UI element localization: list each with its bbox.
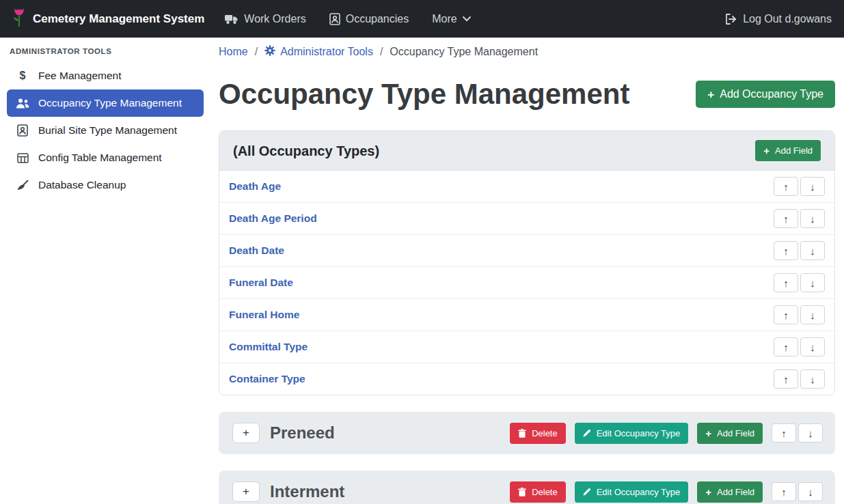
navbar-menu: Work Orders Occupancies More [225, 13, 470, 25]
field-row: Committal Type ↑ ↓ [219, 331, 834, 363]
expand-section-button[interactable]: + [232, 481, 260, 502]
nav-more-label: More [432, 13, 457, 25]
section-interment: + Interment Delete [219, 471, 835, 504]
nav-more[interactable]: More [432, 13, 470, 25]
field-link-funeral-home[interactable]: Funeral Home [229, 309, 299, 321]
truck-icon [225, 14, 239, 25]
page-header: Occupancy Type Management + Add Occupanc… [219, 74, 835, 114]
delete-button[interactable]: Delete [510, 423, 566, 444]
table-icon [15, 153, 30, 163]
move-up-button[interactable]: ↑ [774, 241, 798, 260]
plus-icon: + [763, 145, 770, 156]
reorder-controls: ↑ ↓ [774, 337, 825, 356]
main-content: Home / Administrator Tools / Occupancy T… [210, 38, 844, 504]
reorder-controls: ↑ ↓ [774, 241, 825, 260]
move-up-button[interactable]: ↑ [774, 209, 798, 228]
sidebar-item-burial-site-type-management[interactable]: Burial Site Type Management [7, 117, 204, 144]
move-down-button[interactable]: ↓ [800, 209, 825, 228]
section-actions: Delete Edit Occupancy Type + Add Field ↑ [510, 481, 823, 503]
plus-icon: + [705, 487, 711, 497]
move-down-button[interactable]: ↓ [800, 305, 825, 324]
section-preneed: + Preneed Delete [219, 412, 835, 454]
tulip-logo-icon [12, 7, 26, 31]
trash-icon [518, 488, 526, 496]
section-title: Interment [270, 482, 344, 501]
move-up-button[interactable]: ↑ [774, 177, 798, 196]
field-link-committal-type[interactable]: Committal Type [229, 341, 308, 353]
add-field-button[interactable]: + Add Field [697, 481, 763, 503]
top-navbar: Cemetery Management System Work Orders [0, 0, 844, 38]
breadcrumb-separator: / [380, 46, 383, 58]
plus-icon: + [707, 89, 714, 100]
pencil-icon [583, 429, 591, 437]
sidebar-item-fee-management[interactable]: $ Fee Management [7, 62, 204, 89]
reorder-controls: ↑ ↓ [774, 305, 825, 324]
app-brand[interactable]: Cemetery Management System [12, 7, 204, 31]
move-down-button[interactable]: ↓ [800, 241, 825, 260]
users-icon [15, 98, 30, 109]
breadcrumb-separator: / [255, 46, 258, 58]
add-field-label: Add Field [717, 487, 754, 497]
edit-occupancy-type-label: Edit Occupancy Type [597, 428, 681, 438]
edit-occupancy-type-button[interactable]: Edit Occupancy Type [575, 481, 689, 503]
app-title: Cemetery Management System [33, 12, 204, 26]
delete-button[interactable]: Delete [510, 481, 566, 503]
reorder-controls: ↑ ↓ [772, 482, 823, 501]
sidebar-item-label: Fee Management [38, 70, 122, 82]
add-occupancy-type-button[interactable]: + Add Occupancy Type [696, 81, 835, 108]
sidebar-item-database-cleanup[interactable]: Database Cleanup [7, 171, 204, 199]
nav-work-orders[interactable]: Work Orders [225, 13, 305, 25]
add-field-label: Add Field [775, 145, 813, 156]
card-title: (All Occupancy Types) [233, 142, 379, 160]
navbar-right: Log Out d.gowans [725, 13, 832, 25]
add-field-button[interactable]: + Add Field [697, 423, 763, 444]
sidebar-item-label: Occupancy Type Management [38, 97, 182, 109]
sidebar-heading: Administrator Tools [7, 43, 204, 62]
delete-label: Delete [532, 428, 558, 438]
add-field-button[interactable]: + Add Field [755, 140, 821, 161]
page-title: Occupancy Type Management [219, 74, 629, 114]
move-up-button[interactable]: ↑ [774, 273, 798, 292]
breadcrumb-admin-tools-label: Administrator Tools [280, 46, 373, 58]
logout-button[interactable]: Log Out d.gowans [725, 13, 832, 25]
field-link-death-date[interactable]: Death Date [229, 244, 284, 257]
sidebar-item-config-table-management[interactable]: Config Table Management [7, 144, 204, 171]
breadcrumb: Home / Administrator Tools / Occupancy T… [219, 44, 835, 59]
nav-occupancies-label: Occupancies [346, 13, 409, 25]
sidebar-item-occupancy-type-management[interactable]: Occupancy Type Management [7, 89, 204, 117]
expand-section-button[interactable]: + [232, 423, 260, 443]
sidebar-item-label: Database Cleanup [38, 179, 126, 191]
field-row: Death Age ↑ ↓ [219, 171, 834, 203]
move-up-button[interactable]: ↑ [774, 369, 798, 389]
move-down-button[interactable]: ↓ [798, 423, 823, 443]
card-header: (All Occupancy Types) + Add Field [219, 131, 834, 171]
move-up-button[interactable]: ↑ [774, 337, 798, 356]
move-up-button[interactable]: ↑ [772, 423, 796, 443]
trash-icon [518, 429, 526, 438]
move-down-button[interactable]: ↓ [800, 369, 825, 389]
field-link-funeral-date[interactable]: Funeral Date [229, 277, 293, 289]
move-down-button[interactable]: ↓ [800, 177, 825, 196]
field-link-death-age-period[interactable]: Death Age Period [229, 212, 317, 225]
breadcrumb-home-link[interactable]: Home [219, 46, 248, 58]
move-down-button[interactable]: ↓ [800, 273, 825, 292]
field-link-death-age[interactable]: Death Age [229, 180, 281, 193]
nav-occupancies[interactable]: Occupancies [329, 13, 409, 25]
edit-occupancy-type-button[interactable]: Edit Occupancy Type [575, 423, 689, 444]
move-down-button[interactable]: ↓ [800, 337, 825, 356]
move-up-button[interactable]: ↑ [772, 482, 796, 501]
portrait-icon [329, 13, 340, 25]
reorder-controls: ↑ ↓ [772, 423, 823, 443]
field-row: Container Type ↑ ↓ [219, 363, 834, 395]
dollar-icon: $ [15, 70, 30, 82]
move-down-button[interactable]: ↓ [798, 482, 823, 501]
edit-occupancy-type-label: Edit Occupancy Type [597, 487, 681, 497]
field-row: Death Date ↑ ↓ [219, 235, 834, 267]
portrait-icon [15, 124, 30, 137]
breadcrumb-admin-tools-link[interactable]: Administrator Tools [264, 45, 373, 59]
reorder-controls: ↑ ↓ [774, 369, 825, 389]
reorder-controls: ↑ ↓ [774, 177, 825, 196]
move-up-button[interactable]: ↑ [774, 305, 798, 324]
section-actions: Delete Edit Occupancy Type + Add Field ↑ [510, 423, 823, 444]
field-link-container-type[interactable]: Container Type [229, 373, 305, 385]
